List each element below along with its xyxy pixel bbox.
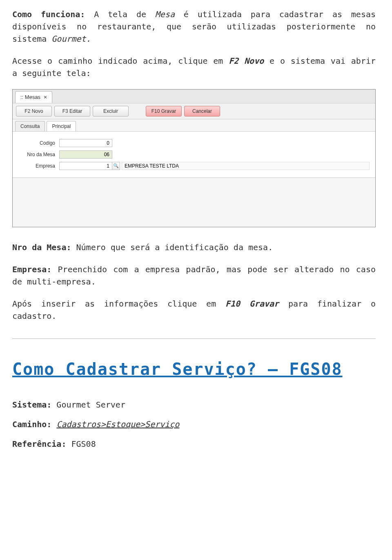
section-divider [12,338,376,339]
access-em-f2novo: F2 Novo [229,56,264,66]
row-empresa: Empresa 🔍 [18,162,370,170]
afterinsert-paragraph: Após inserir as informações clique em F1… [12,298,376,322]
row-codigo: Codigo [18,139,370,147]
nro-paragraph: Nro da Mesa: Número que será a identific… [12,241,376,253]
nro-label-text: Nro da Mesa: [12,242,71,252]
intro-em-gourmet: Gourmet. [51,34,91,44]
novo-button[interactable]: F2 Novo [16,106,52,116]
intro-paragraph: Como funciona: A tela de Mesa é utilizad… [12,8,376,45]
afterinsert-em-f10: F10 Gravar [225,299,279,309]
referencia-label: Referência: [12,439,66,449]
caminho-line: Caminho: Cadastros>Estoque>Serviço [12,418,376,430]
caminho-label: Caminho: [12,419,51,429]
editar-button[interactable]: F3 Editar [54,106,90,116]
access-paragraph: Acesse o caminho indicado acima, clique … [12,55,376,79]
nromesa-input[interactable] [59,150,112,159]
cancelar-button[interactable]: Cancelar [184,106,220,116]
row-nromesa: Nro da Mesa [18,150,370,159]
excluir-button[interactable]: Excluir [93,106,129,116]
empresa-input[interactable] [59,162,112,170]
mesas-window: :: Mesas × F2 Novo F3 Editar Excluir F10… [12,89,376,227]
referencia-line: Referência: FGS08 [12,438,376,450]
gravar-button[interactable]: F10 Gravar [146,106,182,116]
form-area: Codigo Nro da Mesa Empresa 🔍 [13,132,375,178]
close-icon[interactable]: × [44,93,47,101]
intro-label: Como funciona: [12,9,85,19]
empresa-paragraph: Empresa: Preenchido com a empresa padrão… [12,263,376,288]
subtabs: Consulta Principal [13,119,375,132]
search-icon[interactable]: 🔍 [112,162,120,170]
codigo-label: Codigo [18,139,59,147]
tab-consulta[interactable]: Consulta [15,121,45,131]
empresa-label: Empresa [18,162,59,170]
window-tab-mesas[interactable]: :: Mesas × [15,91,52,103]
caminho-value: Cadastros>Estoque>Serviço [56,419,179,429]
intro-em-mesa: Mesa [155,9,175,19]
codigo-input[interactable] [59,139,112,147]
window-tab-title: :: Mesas [20,93,40,101]
page-title[interactable]: Como Cadastrar Serviço? – FGS08 [12,359,376,379]
window-tabbar: :: Mesas × [13,90,375,103]
sistema-line: Sistema: Gourmet Server [12,399,376,411]
sistema-label: Sistema: [12,400,51,410]
empresa-label-text: Empresa: [12,264,51,274]
toolbar: F2 Novo F3 Editar Excluir F10 Gravar Can… [13,103,375,119]
nromesa-label: Nro da Mesa [18,151,59,158]
tab-principal[interactable]: Principal [47,121,76,131]
empresa-name-display [122,162,370,170]
